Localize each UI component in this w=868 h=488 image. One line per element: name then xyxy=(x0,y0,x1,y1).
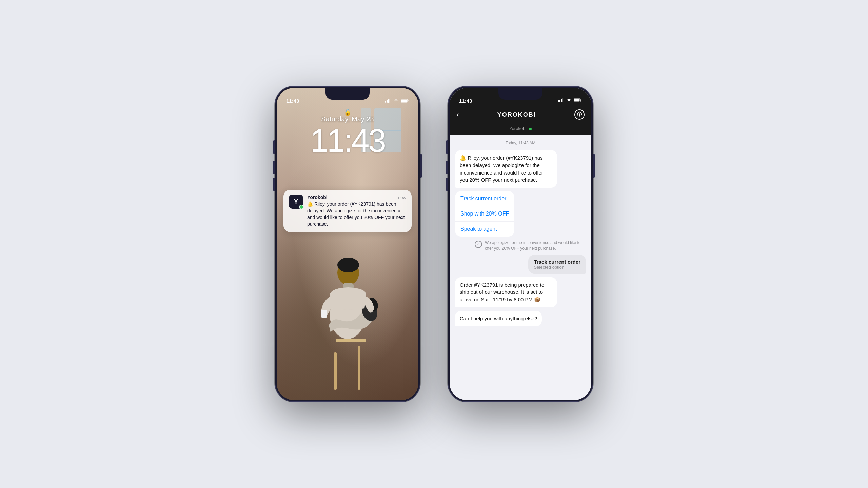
person-silhouette xyxy=(297,210,398,400)
svg-rect-11 xyxy=(387,100,388,103)
chat-notch xyxy=(498,88,542,100)
lock-time: 11:43 xyxy=(277,124,418,157)
notification-header: Yorokobi now xyxy=(307,195,406,200)
chat-title: YOROKOBI xyxy=(497,111,536,118)
order-update-message: Order #YK23791 is being prepared to ship… xyxy=(455,277,557,307)
svg-rect-16 xyxy=(401,100,407,102)
sent-confirmation-text: We apologize for the inconvenience and w… xyxy=(485,240,586,251)
notification-card[interactable]: Y Yorokobi now 🔔 Riley, your order (#YK2… xyxy=(283,190,412,232)
chat-battery-icon xyxy=(574,98,582,104)
message-timestamp: Today, 11:43 AM xyxy=(455,141,586,145)
track-order-button[interactable]: Track current order xyxy=(455,191,514,206)
svg-rect-2 xyxy=(336,339,366,342)
lock-icon: 🔒 xyxy=(344,108,351,116)
selected-option-title: Track current order xyxy=(534,259,580,265)
chat-navigation-bar: ‹ YOROKOBI ⓘ xyxy=(450,106,591,123)
lock-screen: 11:43 🔒 Saturday, May 23 xyxy=(277,88,418,400)
svg-rect-22 xyxy=(581,100,581,101)
wifi-icon xyxy=(393,99,399,104)
lock-screen-phone: 11:43 🔒 Saturday, May 23 xyxy=(275,86,420,402)
svg-rect-17 xyxy=(558,100,559,102)
speak-agent-button[interactable]: Speak to agent xyxy=(455,222,514,237)
svg-rect-15 xyxy=(408,100,409,101)
selected-option-bubble: Track current order Selected option xyxy=(528,255,586,274)
sent-confirmation: ✓ We apologize for the inconvenience and… xyxy=(475,240,586,251)
chat-screen-display: 11:43 ‹ YOROKOBI xyxy=(450,88,591,400)
chat-wifi-icon xyxy=(566,98,572,104)
lock-date: Saturday, May 23 xyxy=(277,115,418,123)
info-button[interactable]: ⓘ xyxy=(574,109,585,120)
chat-sub-name: Yorokobi xyxy=(509,126,532,131)
svg-rect-23 xyxy=(574,99,580,102)
follow-up-message: Can I help you with anything else? xyxy=(455,311,542,326)
notch xyxy=(326,88,370,100)
signal-icon xyxy=(385,99,391,104)
notification-app-icon: Y xyxy=(289,195,303,209)
follow-up-text: Can I help you with anything else? xyxy=(460,316,537,321)
incoming-message-1-text: 🔔 Riley, your order (#YK23791) has been … xyxy=(460,155,543,183)
svg-rect-12 xyxy=(388,99,389,103)
lock-status-time: 11:43 xyxy=(286,98,299,104)
svg-point-9 xyxy=(337,258,359,272)
svg-rect-1 xyxy=(334,352,337,390)
svg-rect-10 xyxy=(385,101,386,103)
checkmark-icon: ✓ xyxy=(477,242,480,247)
chat-screen-phone: 11:43 ‹ YOROKOBI xyxy=(448,86,593,402)
notification-time: now xyxy=(398,195,406,200)
chat-screen: 11:43 ‹ YOROKOBI xyxy=(450,88,591,400)
sent-check-icon: ✓ xyxy=(475,241,482,248)
incoming-message-1: 🔔 Riley, your order (#YK23791) has been … xyxy=(455,150,557,188)
notification-app-name: Yorokobi xyxy=(307,195,328,200)
info-icon: ⓘ xyxy=(577,111,582,118)
battery-icon xyxy=(401,99,409,104)
svg-rect-20 xyxy=(562,98,563,102)
back-button[interactable]: ‹ xyxy=(456,110,459,119)
svg-rect-0 xyxy=(358,346,360,390)
online-indicator xyxy=(529,128,532,130)
svg-rect-13 xyxy=(389,99,390,103)
chat-signal-icon xyxy=(558,98,564,104)
notification-avatar-letter: Y xyxy=(294,198,298,205)
chat-status-icons xyxy=(558,98,582,104)
chat-messages-container[interactable]: Today, 11:43 AM 🔔 Riley, your order (#YK… xyxy=(450,135,591,400)
lock-time-area: Saturday, May 23 11:43 xyxy=(277,115,418,157)
chat-sub-header: Yorokobi xyxy=(450,123,591,135)
notification-text: 🔔 Riley, your order (#YK23791) has been … xyxy=(307,201,406,227)
svg-rect-18 xyxy=(559,100,560,102)
order-update-text: Order #YK23791 is being prepared to ship… xyxy=(460,282,544,303)
chat-status-time: 11:43 xyxy=(459,98,472,104)
svg-rect-19 xyxy=(561,99,562,102)
notification-content: Yorokobi now 🔔 Riley, your order (#YK237… xyxy=(307,195,406,227)
shop-discount-button[interactable]: Shop with 20% OFF xyxy=(455,206,514,222)
action-buttons-group: Track current order Shop with 20% OFF Sp… xyxy=(455,191,514,237)
lock-screen-display: 11:43 🔒 Saturday, May 23 xyxy=(277,88,418,400)
notification-active-dot xyxy=(299,205,304,209)
lock-status-icons xyxy=(385,99,409,104)
selected-option-subtitle: Selected option xyxy=(534,265,580,270)
svg-rect-8 xyxy=(321,310,327,318)
